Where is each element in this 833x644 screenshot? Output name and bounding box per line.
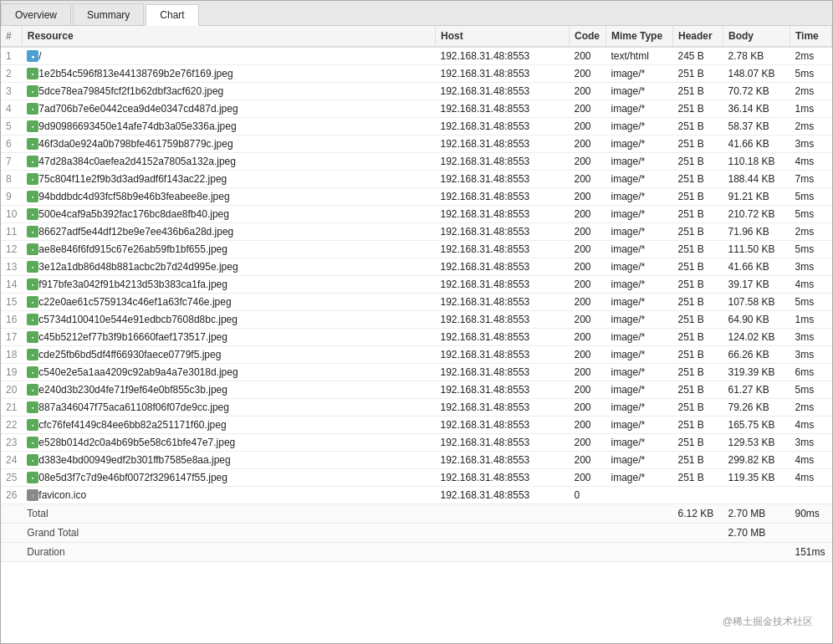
cell-resource: ▪ 86627adf5e44df12be9e7ee436b6a28d.jpeg — [22, 223, 435, 241]
cell-header: 251 B — [673, 399, 723, 417]
table-row[interactable]: 9 ▪ 94bddbdc4d93fcf58b9e46b3feabee8e.jpe… — [1, 188, 832, 206]
cell-time: 3ms — [790, 258, 832, 276]
cell-header: 251 B — [673, 311, 723, 329]
cell-num: 24 — [1, 452, 22, 469]
jpeg-icon: ▪ — [27, 208, 38, 220]
cell-header: 251 B — [673, 100, 723, 118]
cell-resource: ▪ 9d90986693450e14afe74db3a05e336a.jpeg — [22, 118, 435, 135]
table-row[interactable]: 4 ▪ 7ad706b7e6e0442cea9d4e0347cd487d.jpe… — [1, 100, 832, 118]
table-row[interactable]: 1 ● / 192.168.31.48:8553 200 text/html 2… — [1, 47, 832, 65]
cell-body — [723, 487, 790, 504]
table-row[interactable]: 3 ▪ 5dce78ea79845fcf2f1b62dbf3acf620.jpe… — [1, 83, 832, 100]
cell-resource: ▪ c5734d100410e544e91edbcb7608d8bc.jpeg — [22, 311, 435, 329]
jpeg-icon: ▪ — [27, 314, 38, 325]
table-row[interactable]: 13 ▪ 3e12a1db86d48b881acbc2b7d24d995e.jp… — [1, 258, 832, 276]
table-row[interactable]: 15 ▪ c22e0ae61c5759134c46ef1a63fc746e.jp… — [1, 294, 832, 311]
table-row[interactable]: 23 ▪ e528b014d2c0a4b69b5e58c61bfe47e7.jp… — [1, 434, 832, 452]
cell-host: 192.168.31.48:8553 — [436, 364, 570, 381]
cell-mime: image/* — [606, 311, 673, 329]
cell-time: 2ms — [790, 223, 832, 241]
table-row[interactable]: 11 ▪ 86627adf5e44df12be9e7ee436b6a28d.jp… — [1, 223, 832, 241]
cell-mime: image/* — [606, 434, 673, 452]
cell-time: 6ms — [790, 364, 832, 381]
cell-num: 25 — [1, 469, 22, 487]
table-row[interactable]: 21 ▪ 887a346047f75aca61108f06f07de9cc.jp… — [1, 399, 832, 417]
cell-resource: ▪ 08e5d3f7c7d9e46bf0072f3296147f55.jpeg — [22, 469, 435, 487]
cell-host: 192.168.31.48:8553 — [436, 223, 570, 241]
cell-code: 200 — [570, 206, 606, 223]
tab-summary[interactable]: Summary — [73, 3, 144, 25]
cell-code: 200 — [570, 364, 606, 381]
footer-header-val — [673, 543, 723, 562]
cell-header: 251 B — [673, 381, 723, 399]
table-row[interactable]: 24 ▪ d383e4bd00949edf2b301ffb7585e8aa.jp… — [1, 452, 832, 469]
resource-name: 7ad706b7e6e0442cea9d4e0347cd487d.jpeg — [38, 103, 238, 115]
cell-body: 79.26 KB — [723, 399, 790, 417]
footer-time-val: 151ms — [790, 543, 832, 562]
resource-name: 47d28a384c0aefea2d4152a7805a132a.jpeg — [38, 156, 236, 167]
tab-overview[interactable]: Overview — [1, 3, 71, 25]
footer-empty — [1, 543, 22, 562]
table-row[interactable]: 2 ▪ 1e2b54c596f813e44138769b2e76f169.jpe… — [1, 65, 832, 83]
table-row[interactable]: 26 ○ favicon.ico 192.168.31.48:8553 0 — [1, 487, 832, 504]
table-row[interactable]: 16 ▪ c5734d100410e544e91edbcb7608d8bc.jp… — [1, 311, 832, 329]
cell-host: 192.168.31.48:8553 — [436, 118, 570, 135]
resource-name: c45b5212ef77b3f9b16660faef173517.jpeg — [38, 331, 227, 343]
jpeg-icon: ▪ — [27, 437, 38, 448]
cell-code: 200 — [570, 417, 606, 434]
table-row[interactable]: 5 ▪ 9d90986693450e14afe74db3a05e336a.jpe… — [1, 118, 832, 135]
jpeg-icon: ▪ — [27, 191, 38, 202]
table-row[interactable]: 22 ▪ cfc76fef4149c84ee6bb82a251171f60.jp… — [1, 417, 832, 434]
cell-code: 200 — [570, 381, 606, 399]
tab-chart[interactable]: Chart — [146, 4, 198, 26]
jpeg-icon: ▪ — [27, 68, 38, 79]
table-row[interactable]: 14 ▪ f917bfe3a042f91b4213d53b383ca1fa.jp… — [1, 276, 832, 294]
cell-body: 64.90 KB — [723, 311, 790, 329]
table-row[interactable]: 18 ▪ cde25fb6bd5df4ff66930faece0779f5.jp… — [1, 346, 832, 364]
cell-mime: image/* — [606, 294, 673, 311]
table-row[interactable]: 7 ▪ 47d28a384c0aefea2d4152a7805a132a.jpe… — [1, 153, 832, 171]
table-row[interactable]: 12 ▪ ae8e846f6fd915c67e26ab59fb1bf655.jp… — [1, 241, 832, 258]
table-row[interactable]: 17 ▪ c45b5212ef77b3f9b16660faef173517.jp… — [1, 329, 832, 346]
cell-body: 110.18 KB — [723, 153, 790, 171]
cell-resource: ▪ ae8e846f6fd915c67e26ab59fb1bf655.jpeg — [22, 241, 435, 258]
cell-time: 3ms — [790, 135, 832, 153]
cell-code: 200 — [570, 258, 606, 276]
cell-code: 200 — [570, 47, 606, 65]
resource-name: d383e4bd00949edf2b301ffb7585e8aa.jpeg — [38, 454, 230, 466]
col-header-time: Time — [790, 26, 832, 47]
cell-body: 299.82 KB — [723, 452, 790, 469]
table-row[interactable]: 8 ▪ 75c804f11e2f9b3d3ad9adf6f143ac22.jpe… — [1, 171, 832, 188]
cell-host: 192.168.31.48:8553 — [436, 83, 570, 100]
cell-header: 251 B — [673, 171, 723, 188]
cell-header: 251 B — [673, 452, 723, 469]
cell-mime: image/* — [606, 469, 673, 487]
cell-body: 188.44 KB — [723, 171, 790, 188]
cell-num: 20 — [1, 381, 22, 399]
footer-label: Total — [22, 504, 672, 524]
cell-resource: ▪ 94bddbdc4d93fcf58b9e46b3feabee8e.jpeg — [22, 188, 435, 206]
cell-body: 148.07 KB — [723, 65, 790, 83]
resource-name: c5734d100410e544e91edbcb7608d8bc.jpeg — [38, 314, 238, 325]
cell-resource: ▪ f917bfe3a042f91b4213d53b383ca1fa.jpeg — [22, 276, 435, 294]
cell-time: 5ms — [790, 188, 832, 206]
table-row[interactable]: 6 ▪ 46f3da0e924a0b798bfe461759b8779c.jpe… — [1, 135, 832, 153]
jpeg-icon: ▪ — [27, 472, 38, 483]
table-row[interactable]: 20 ▪ e240d3b230d4fe71f9ef64e0bf855c3b.jp… — [1, 381, 832, 399]
cell-mime: image/* — [606, 206, 673, 223]
resource-name: 9d90986693450e14afe74db3a05e336a.jpeg — [38, 120, 236, 132]
cell-header: 251 B — [673, 417, 723, 434]
cell-mime: image/* — [606, 452, 673, 469]
cell-num: 8 — [1, 171, 22, 188]
cell-code: 200 — [570, 399, 606, 417]
resource-name: 86627adf5e44df12be9e7ee436b6a28d.jpeg — [38, 226, 233, 238]
cell-host: 192.168.31.48:8553 — [436, 100, 570, 118]
table-row[interactable]: 25 ▪ 08e5d3f7c7d9e46bf0072f3296147f55.jp… — [1, 469, 832, 487]
col-header-code: Code — [570, 26, 606, 47]
cell-code: 200 — [570, 469, 606, 487]
cell-host: 192.168.31.48:8553 — [436, 311, 570, 329]
cell-mime: image/* — [606, 276, 673, 294]
cell-time: 4ms — [790, 452, 832, 469]
table-row[interactable]: 19 ▪ c540e2e5a1aa4209c92ab9a4a7e3018d.jp… — [1, 364, 832, 381]
table-row[interactable]: 10 ▪ 500e4caf9a5b392fac176bc8dae8fb40.jp… — [1, 206, 832, 223]
